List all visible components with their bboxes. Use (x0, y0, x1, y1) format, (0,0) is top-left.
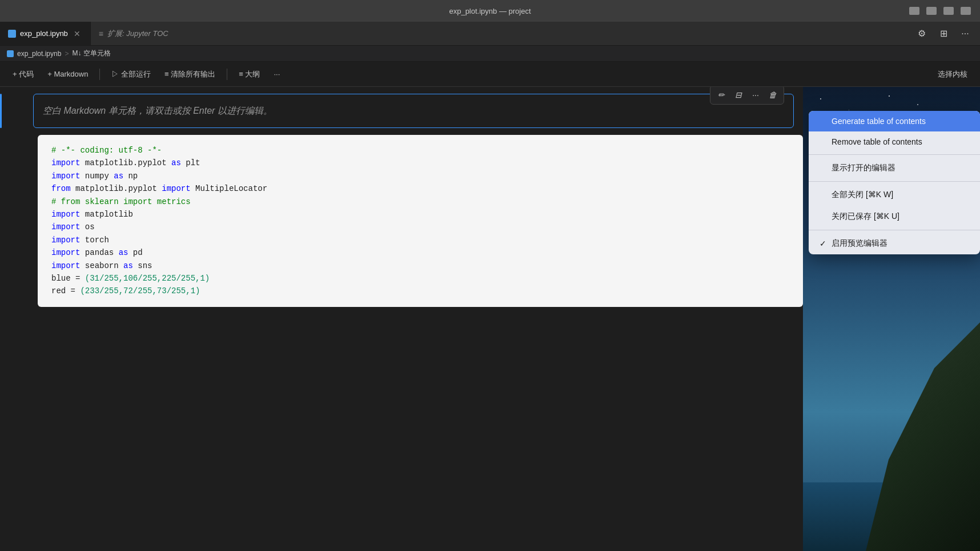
breadcrumb-separator: > (65, 50, 69, 58)
add-markdown-button[interactable]: + Markdown (42, 67, 94, 81)
code-cell-body[interactable]: # -*- coding: utf-8 -*- import matplotli… (38, 135, 803, 307)
breadcrumb-file-icon (7, 50, 14, 57)
clear-outputs-label: ≡ 清除所有输出 (164, 69, 215, 79)
notebook-file-icon (8, 30, 16, 38)
toolbar-separator-2 (227, 69, 227, 80)
close-all-label: 全部关闭 [⌘K W] (832, 190, 893, 200)
breadcrumb: exp_plot.ipynb > M↓ 空单元格 (0, 46, 980, 62)
edit-cell-button[interactable]: ✏ (714, 87, 729, 102)
star-1 (820, 98, 821, 99)
tab-close-button[interactable]: ✕ (72, 29, 82, 39)
add-code-button[interactable]: + 代码 (7, 66, 39, 82)
markdown-placeholder: 空白 Markdown 单元格，请双击或按 Enter 以进行编辑。 (43, 105, 272, 117)
delete-cell-button[interactable]: 🗑 (765, 87, 780, 102)
split-cell-button[interactable]: ⊟ (731, 87, 746, 102)
select-kernel-label: 选择内核 (938, 69, 967, 79)
notebook-tab[interactable]: exp_plot.ipynb ✕ (0, 22, 91, 45)
outline-label: ≡ 大纲 (239, 69, 260, 79)
window-icon-1[interactable] (909, 7, 919, 15)
cell-actions-bar: ✏ ⊟ ··· 🗑 (710, 87, 784, 105)
code-line-4: from matplotlib.pyplot import MultipleLo… (51, 182, 789, 195)
remove-toc-item[interactable]: Remove table of contents (809, 131, 980, 152)
code-line-11: blue = (31/255,106/255,225/255,1) (51, 272, 789, 285)
cell-active-indicator (0, 94, 2, 128)
markdown-cell-body[interactable]: ✏ ⊟ ··· 🗑 空白 Markdown 单元格，请双击或按 Enter 以进… (33, 94, 794, 128)
cell-gutter-markdown (5, 94, 33, 128)
layout-button[interactable]: ⊞ (935, 26, 951, 42)
enable-preview-item[interactable]: ✓ 启用预览编辑器 (809, 233, 980, 254)
window-title: exp_plot.ipynb — project (449, 7, 531, 15)
toc-tab[interactable]: ≡ 扩展: Jupyter TOC (91, 22, 176, 45)
enable-preview-check: ✓ (819, 239, 827, 248)
more-toolbar-button[interactable]: ··· (268, 67, 286, 81)
right-panel: Generate table of contents Remove table … (803, 87, 980, 551)
close-saved-label: 关闭已保存 [⌘K U] (832, 211, 899, 222)
show-open-editors-item[interactable]: 显示打开的编辑器 (809, 157, 980, 179)
menu-separator-1 (809, 154, 980, 155)
select-kernel-button[interactable]: 选择内核 (932, 66, 973, 82)
notebook-area[interactable]: ✏ ⊟ ··· 🗑 空白 Markdown 单元格，请双击或按 Enter 以进… (0, 87, 803, 551)
code-line-12: red = (233/255,72/255,73/255,1) (51, 285, 789, 297)
code-line-9: import pandas as pd (51, 246, 789, 259)
tab-bar: exp_plot.ipynb ✕ ≡ 扩展: Jupyter TOC ⚙ ⊞ ·… (0, 22, 980, 46)
star-5 (917, 104, 918, 105)
menu-separator-3 (809, 230, 980, 230)
menu-separator-2 (809, 181, 980, 182)
settings-button[interactable]: ⚙ (914, 26, 930, 42)
breadcrumb-file[interactable]: exp_plot.ipynb (17, 50, 61, 58)
window-icon-4[interactable] (961, 7, 971, 15)
title-bar-icons (909, 7, 971, 15)
code-line-6: import matplotlib (51, 208, 789, 221)
code-line-5: # from sklearn import metrics (51, 195, 789, 208)
star-2 (849, 110, 849, 110)
code-line-3: import numpy as np (51, 170, 789, 182)
title-bar: exp_plot.ipynb — project (0, 0, 980, 22)
code-line-7: import os (51, 221, 789, 233)
window-icon-2[interactable] (926, 7, 937, 15)
outline-button[interactable]: ≡ 大纲 (233, 66, 266, 82)
cliff-decoration (866, 322, 980, 551)
toolbar-right: 选择内核 (932, 66, 973, 82)
show-editors-label: 显示打开的编辑器 (832, 163, 895, 173)
code-line-10: import seaborn as sns (51, 259, 789, 272)
dropdown-menu: Generate table of contents Remove table … (809, 111, 980, 254)
code-line-2: import matplotlib.pyplot as plt (51, 157, 789, 169)
cell-container: ✏ ⊟ ··· 🗑 空白 Markdown 单元格，请双击或按 Enter 以进… (0, 87, 803, 314)
code-cell[interactable]: # -*- coding: utf-8 -*- import matplotli… (0, 135, 803, 307)
generate-toc-label: Generate table of contents (832, 117, 926, 126)
add-markdown-label: + Markdown (47, 70, 88, 78)
enable-preview-label: 启用预览编辑器 (832, 238, 887, 249)
more-options-button[interactable]: ··· (957, 26, 973, 42)
markdown-cell[interactable]: ✏ ⊟ ··· 🗑 空白 Markdown 单元格，请双击或按 Enter 以进… (0, 94, 803, 128)
toc-tab-label: 扩展: Jupyter TOC (107, 29, 168, 39)
run-all-button[interactable]: ▷ 全部运行 (106, 66, 156, 82)
remove-toc-label: Remove table of contents (832, 137, 922, 146)
more-toolbar-label: ··· (274, 70, 280, 78)
add-code-label: + 代码 (13, 69, 34, 79)
close-all-item[interactable]: 全部关闭 [⌘K W] (809, 184, 980, 206)
notebook-tab-label: exp_plot.ipynb (20, 29, 68, 38)
close-saved-item[interactable]: 关闭已保存 [⌘K U] (809, 206, 980, 227)
toolbar-separator-1 (99, 69, 100, 80)
generate-toc-item[interactable]: Generate table of contents (809, 111, 980, 131)
cell-gutter-code (5, 135, 33, 307)
cell-more-button[interactable]: ··· (748, 87, 763, 102)
main-content: ✏ ⊟ ··· 🗑 空白 Markdown 单元格，请双击或按 Enter 以进… (0, 87, 980, 551)
breadcrumb-location[interactable]: M↓ 空单元格 (72, 49, 110, 58)
clear-outputs-button[interactable]: ≡ 清除所有输出 (159, 66, 221, 82)
code-line-8: import torch (51, 234, 789, 246)
toc-list-icon: ≡ (99, 29, 103, 38)
run-all-label: ▷ 全部运行 (111, 69, 151, 79)
code-line-1: # -*- coding: utf-8 -*- (51, 144, 789, 157)
window-icon-3[interactable] (943, 7, 954, 15)
star-3 (889, 95, 890, 97)
tab-bar-actions: ⚙ ⊞ ··· (914, 22, 973, 45)
toolbar: + 代码 + Markdown ▷ 全部运行 ≡ 清除所有输出 ≡ 大纲 ···… (0, 62, 980, 87)
